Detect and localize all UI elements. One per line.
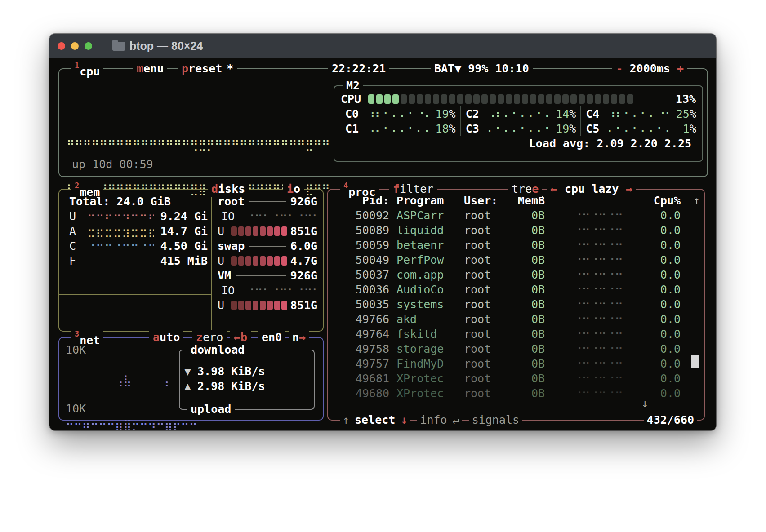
disk-io-label: IO	[218, 210, 246, 223]
process-program: FindMyD	[396, 357, 464, 370]
download-rate: 3.98 KiB/s	[197, 365, 265, 378]
disk-io-label: IO	[218, 284, 246, 297]
core-name: C2	[466, 107, 485, 120]
meter-block	[481, 94, 488, 104]
process-program: fskitd	[396, 328, 464, 341]
process-row[interactable]: 50089liquiddroot0B⠐⠒⠐⠒⠐⠒0.0	[328, 223, 704, 238]
net-auto-button[interactable]: auto	[149, 330, 183, 345]
tree-button[interactable]: tree	[508, 182, 542, 197]
close-button[interactable]	[58, 42, 65, 50]
disks-toggle-button[interactable]: disks	[208, 182, 249, 197]
zoom-button[interactable]	[85, 42, 92, 50]
signals-button[interactable]: signals	[469, 412, 522, 428]
proc-panel-title[interactable]: 4proc	[340, 182, 379, 197]
cpu-panel-title[interactable]: 1cpu	[71, 61, 103, 76]
terminal-window: btop — 80×24 1cpu menu preset* 22:22:21 …	[49, 34, 716, 430]
mem-panel-title[interactable]: 2mem	[71, 182, 103, 197]
process-user: root	[464, 372, 514, 385]
process-cpu: 0.0	[625, 372, 691, 385]
process-mem-graph: ⠐⠒⠐⠒⠐⠒	[557, 357, 625, 370]
core-graph: ⠄⠂⠄⠄⠂⠄⠄⠂	[487, 122, 553, 135]
cpu-total-percent: 13%	[676, 93, 696, 106]
process-cpu: 0.0	[625, 209, 691, 222]
meter-block	[376, 94, 383, 104]
meter-block	[530, 94, 536, 104]
process-user: root	[464, 253, 514, 266]
meter-block	[274, 256, 280, 266]
interval-decrease-button[interactable]: -	[616, 62, 623, 75]
memory-row-value: 415 MiB	[154, 254, 208, 267]
meter-block	[231, 226, 237, 236]
network-rates-box: download ▼ 3.98 KiB/s ▲ 2.98 KiB/s uploa…	[179, 350, 315, 410]
process-row[interactable]: 49757FindMyDroot0B⠐⠒⠐⠒⠐⠒0.0	[328, 356, 704, 371]
select-up-icon[interactable]: ↑	[340, 412, 352, 428]
memory-row: C⠐⠒⠒⠐⠒⠒⠐⠒⠒⠐⠒⠒ 4.50 Gi	[69, 239, 208, 253]
disk-name: VM	[218, 269, 231, 282]
meter-block	[611, 94, 617, 104]
core-percent: 19%	[556, 122, 576, 135]
meter-block	[441, 94, 447, 104]
net-next-button[interactable]: n→	[289, 330, 309, 345]
process-user: root	[464, 313, 514, 326]
process-row[interactable]: 49766akdroot0B⠐⠒⠐⠒⠐⠒0.0	[328, 312, 704, 327]
memory-row-label: A	[69, 225, 87, 238]
meter-block	[281, 301, 287, 310]
sort-next-button[interactable]: →	[622, 182, 636, 197]
process-row[interactable]: 50037com.approot0B⠐⠒⠐⠒⠐⠒0.0	[328, 267, 704, 282]
meter-block	[449, 94, 455, 104]
select-down-icon[interactable]: ↓	[398, 412, 410, 428]
meter-block	[465, 94, 472, 104]
memory-panel: 2mem disks io Total: 24.0 GiB U⠒⠒⠖⠒⠲⠒⠒⠖⠒…	[58, 189, 324, 332]
io-mode-button[interactable]: io	[283, 182, 304, 197]
divider	[59, 294, 211, 295]
disk-used-meter	[231, 226, 287, 236]
process-pid: 49680	[341, 387, 389, 400]
titlebar[interactable]: btop — 80×24	[49, 34, 716, 58]
minimize-button[interactable]	[71, 42, 79, 50]
meter-block	[253, 226, 258, 236]
upload-label: upload	[187, 402, 235, 417]
core-usage-row: C4⠰⠆⠂⠄⠂⠄⠐⠂25%	[586, 106, 696, 121]
filter-button[interactable]: filter	[389, 182, 437, 197]
meter-block	[260, 301, 266, 310]
process-mem: 0B	[514, 239, 557, 252]
core-graph: ⠰⠆⠂⠄⠂⠄⠐⠂	[607, 107, 673, 120]
preset-button[interactable]: preset*	[178, 61, 237, 76]
meter-block	[409, 94, 415, 104]
scroll-down-icon: ↓	[641, 397, 648, 410]
header-user[interactable]: User:	[464, 194, 514, 207]
process-row[interactable]: 49764fskitdroot0B⠐⠒⠐⠒⠐⠒0.0	[328, 327, 704, 341]
meter-block	[498, 94, 504, 104]
net-panel-title[interactable]: 3net	[71, 330, 103, 345]
menu-button[interactable]: menu	[133, 61, 167, 76]
process-user: root	[464, 209, 514, 222]
disk-name: swap	[218, 239, 245, 253]
process-pid: 50049	[341, 253, 389, 266]
meter-block	[267, 301, 273, 310]
sort-prev-button[interactable]: ←	[547, 182, 561, 197]
core-name: C3	[466, 122, 485, 135]
process-row[interactable]: 50049PerfPowroot0B⠐⠒⠐⠒⠐⠒0.0	[328, 253, 704, 267]
process-row[interactable]: 49681XProtecroot0B⠐⠒⠐⠒⠐⠒0.0	[328, 371, 704, 386]
interval-increase-button[interactable]: +	[677, 62, 684, 75]
memory-row: U⠒⠒⠖⠒⠲⠒⠒⠖⠒⠒⠲⠒ 9.24 Gi	[69, 209, 208, 224]
download-arrow-icon: ▼	[184, 365, 191, 378]
process-row[interactable]: 50059betaenrroot0B⠐⠒⠐⠒⠐⠒0.0	[328, 238, 704, 253]
process-program: betaenr	[396, 239, 464, 252]
percent-sign: %	[690, 122, 696, 135]
memory-row: A⣒⣖⣒⣒⣲⣒⣒⣖⣒⣲⣒⣒ 14.7 Gi	[69, 224, 208, 239]
process-row[interactable]: 49758storageroot0B⠐⠒⠐⠒⠐⠒0.0	[328, 341, 704, 356]
sort-direction-icon: ↑	[691, 194, 704, 207]
process-row[interactable]: 50035systemsroot0B⠐⠒⠐⠒⠐⠒0.0	[328, 297, 704, 312]
process-row[interactable]: 50092ASPCarrroot0B⠐⠒⠐⠒⠐⠒0.0	[328, 208, 704, 223]
divider	[236, 275, 286, 276]
meter-block	[619, 94, 625, 104]
process-cpu: 0.0	[625, 283, 691, 296]
memory-row-value: 4.50 Gi	[154, 239, 208, 253]
core-column: C0⠰⠆⠂⠄⠄⠂⠐⠄19%C1⠠⠄⠂⠄⠄⠂⠄⠄18%	[341, 106, 460, 136]
info-button[interactable]: info	[417, 412, 450, 428]
meter-block	[260, 226, 266, 236]
download-label: download	[187, 342, 248, 358]
scrollbar-thumb[interactable]	[691, 355, 699, 368]
process-row[interactable]: 50036AudioCoroot0B⠐⠒⠐⠒⠐⠒0.0	[328, 282, 704, 297]
